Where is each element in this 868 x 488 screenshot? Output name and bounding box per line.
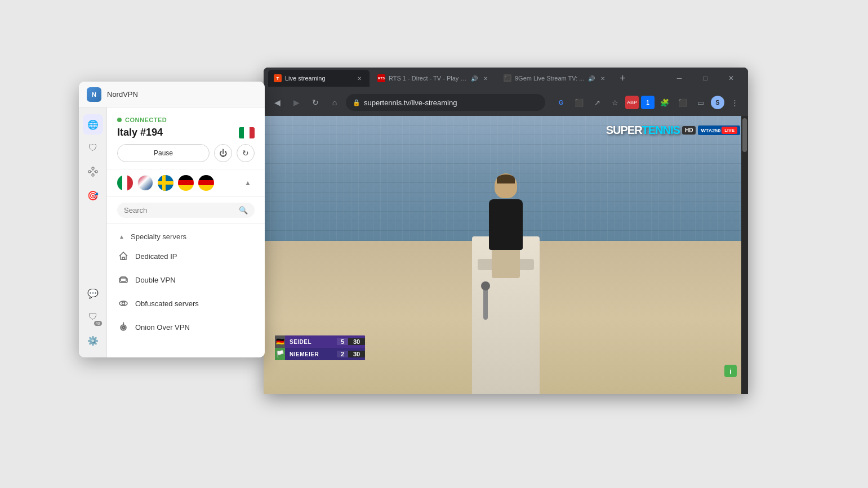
home-button[interactable]: ⌂ <box>327 95 342 110</box>
tab-live-streaming[interactable]: T Live streaming ✕ <box>268 70 370 87</box>
tab-3-favicon: ⬛ <box>504 74 511 82</box>
obfuscated-label: Obfuscated servers <box>135 299 199 308</box>
sidebar-item-shield[interactable]: 🛡 <box>83 138 103 158</box>
video-background: SUPERTENNIS HD WTA250 LIVE 🇩🇪 SEIDEL 5 3… <box>264 116 748 394</box>
svg-point-2 <box>92 167 94 169</box>
connected-dot <box>117 118 122 122</box>
1password-icon[interactable]: 1 <box>641 96 655 109</box>
address-bar[interactable]: 🔒 supertennis.tv/live-streaming <box>346 94 545 111</box>
search-section: 🔍 <box>107 197 265 224</box>
tab-rts[interactable]: RTS RTS 1 - Direct - TV - Play R... 🔊 ✕ <box>372 70 496 87</box>
action-row: Pause ⏻ ↻ <box>117 144 255 162</box>
scrollbar-thumb[interactable] <box>742 118 747 152</box>
menu-item-dedicated-ip[interactable]: Dedicated IP <box>107 244 265 268</box>
bookmark-icon[interactable]: ☆ <box>607 95 623 110</box>
power-button[interactable]: ⏻ <box>214 144 232 162</box>
specialty-servers-header[interactable]: ▲ Specialty servers <box>107 226 265 244</box>
nordvpn-titlebar: N NordVPN <box>79 82 265 108</box>
sidebar-item-chat[interactable]: 💬 <box>83 283 103 303</box>
save-tab-icon[interactable]: ⬛ <box>675 95 691 110</box>
browser-titlebar: T Live streaming ✕ RTS RTS 1 - Direct - … <box>264 68 748 89</box>
tab-9gem[interactable]: ⬛ 9Gem Live Stream TV: ... 🔊 ✕ <box>498 70 613 87</box>
mesh-icon-svg <box>88 167 98 177</box>
cast-icon[interactable]: ▭ <box>693 95 709 110</box>
live-badge: LIVE <box>722 127 737 134</box>
sidebar-item-settings[interactable]: ⚙️ <box>83 330 103 351</box>
flag-sweden[interactable] <box>158 175 173 191</box>
profile-avatar[interactable]: S <box>711 96 724 109</box>
browser-scrollbar[interactable] <box>741 116 748 394</box>
browser-window: T Live streaming ✕ RTS RTS 1 - Direct - … <box>264 68 748 394</box>
reload-button[interactable]: ↻ <box>308 95 323 110</box>
omnibox-icons: G ⬛ ↗ ☆ ABP 1 🧩 ⬛ ▭ S ⋮ <box>553 95 742 110</box>
person-hair <box>497 174 515 183</box>
reconnect-button[interactable]: ↻ <box>237 144 255 162</box>
person-head <box>495 173 517 198</box>
person-body <box>489 199 523 250</box>
sidebar-item-globe[interactable]: 🌐 <box>83 114 103 135</box>
browser-content: SUPERTENNIS HD WTA250 LIVE 🇩🇪 SEIDEL 5 3… <box>264 116 748 394</box>
flag-white <box>244 127 249 138</box>
player2-set: 2 <box>337 351 348 357</box>
expand-flags-button[interactable]: ▲ <box>241 176 255 190</box>
new-tab-button[interactable]: + <box>615 70 631 86</box>
tab-2-close[interactable]: ✕ <box>481 74 490 83</box>
flag-italy[interactable] <box>117 175 133 191</box>
connected-section: CONNECTED Italy #194 Pause ⏻ ↻ <box>107 108 265 169</box>
flag-korea[interactable] <box>137 175 153 191</box>
search-icon[interactable]: 🔍 <box>239 206 248 214</box>
microphone <box>483 286 488 320</box>
password-icon[interactable]: ABP <box>625 96 639 109</box>
flag-germany1[interactable] <box>178 175 194 191</box>
lock-icon: 🔒 <box>353 99 360 106</box>
chevron-up-icon: ▲ <box>117 232 126 241</box>
flag-row: ▲ <box>107 169 265 197</box>
share-icon[interactable]: ↗ <box>589 95 605 110</box>
italy-flag <box>239 127 255 138</box>
close-button[interactable]: ✕ <box>719 70 744 87</box>
sidebar-item-shield2[interactable]: 🛡 40 <box>83 307 103 327</box>
flag-germany2[interactable] <box>198 175 214 191</box>
player1-set: 5 <box>337 338 348 345</box>
tab-3-audio-icon: 🔊 <box>588 75 595 82</box>
back-button[interactable]: ◀ <box>269 95 285 110</box>
tab-1-label: Live streaming <box>285 75 351 82</box>
dedicated-ip-icon <box>117 250 130 262</box>
connected-label: CONNECTED <box>117 117 255 123</box>
pause-button[interactable]: Pause <box>117 144 210 162</box>
google-icon[interactable]: G <box>553 95 569 110</box>
tab-2-label: RTS 1 - Direct - TV - Play R... <box>389 75 468 82</box>
nordvpn-main: CONNECTED Italy #194 Pause ⏻ ↻ <box>107 108 265 357</box>
score-overlay: 🇩🇪 SEIDEL 5 30 🏳️ NIEMEIER 2 30 <box>275 335 365 360</box>
minimize-button[interactable]: ─ <box>667 70 692 87</box>
forward-button[interactable]: ▶ <box>288 95 304 110</box>
specialty-servers-label: Specialty servers <box>131 232 186 241</box>
score-row-player1: 🇩🇪 SEIDEL 5 30 <box>275 335 365 348</box>
hd-badge: HD <box>682 126 696 135</box>
super-tennis-text: SUPERTENNIS <box>606 124 680 137</box>
url-text: supertennis.tv/live-streaming <box>364 99 457 107</box>
player1-name: SEIDEL <box>285 339 337 345</box>
window-controls: ─ □ ✕ <box>667 70 744 87</box>
search-input[interactable] <box>124 206 234 214</box>
tab-1-close[interactable]: ✕ <box>355 74 364 83</box>
tab-3-close[interactable]: ✕ <box>598 74 607 83</box>
flag-red <box>250 127 255 138</box>
double-vpn-icon <box>117 274 130 286</box>
extensions-icon[interactable]: 🧩 <box>657 95 673 110</box>
sidebar-item-target[interactable]: 🎯 <box>83 185 103 205</box>
onion-icon <box>117 321 130 333</box>
menu-item-onion[interactable]: Onion Over VPN <box>107 315 265 339</box>
maximize-button[interactable]: □ <box>693 70 718 87</box>
menu-icon[interactable]: ⋮ <box>727 95 742 110</box>
eye-icon <box>118 298 128 308</box>
menu-item-double-vpn[interactable]: Double VPN <box>107 268 265 292</box>
wta-badge: WTA250 LIVE <box>698 126 740 135</box>
nordvpn-window: N NordVPN 🌐 🛡 🎯 <box>79 82 265 357</box>
player2-flag: 🏳️ <box>275 348 285 360</box>
translate-icon[interactable]: ⬛ <box>571 95 587 110</box>
person-figure <box>483 173 528 275</box>
menu-item-obfuscated[interactable]: Obfuscated servers <box>107 292 265 315</box>
sidebar-item-mesh[interactable] <box>83 162 103 182</box>
info-icon[interactable]: i <box>724 365 737 377</box>
